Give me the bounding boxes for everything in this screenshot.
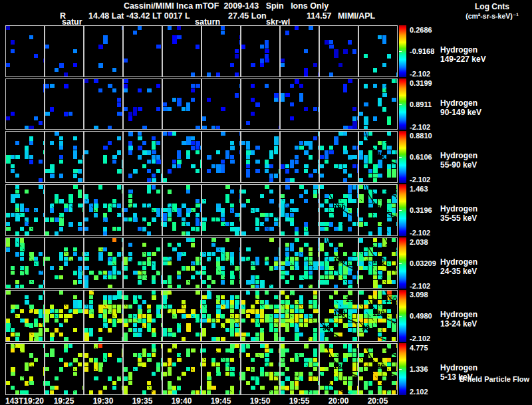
- row-energy-label-row6: 13-24 keV: [440, 319, 477, 329]
- spectrogram-panel-r6c10: [358, 290, 398, 342]
- time-axis-label-7: 19:50: [250, 396, 271, 405]
- spectrogram-panel-r4c4: [123, 184, 162, 236]
- ephemeris-longitude: 27.45 Lon: [228, 12, 267, 21]
- spectrogram-panel-r6c2: [45, 290, 84, 342]
- spectrogram-panel-r4c5: [162, 184, 201, 236]
- colorbar-mid-label-row4: 0.3196: [410, 206, 432, 214]
- spectrogram-panel-r6c9: [319, 290, 358, 342]
- spectrogram-panel-r3c7: [241, 131, 280, 183]
- spectrogram-panel-r1c7: [241, 25, 280, 77]
- time-axis-label-1: 143T19:20: [5, 396, 44, 405]
- colorbar-max-label-row3: 0.8810: [410, 132, 432, 140]
- spectrogram-panel-r1c9: [319, 25, 358, 77]
- spectrogram-panel-r1c10: [358, 25, 398, 77]
- spectrogram-panel-r5c3: [84, 237, 123, 289]
- spectrogram-panel-r2c1: [5, 78, 45, 130]
- colorbar-min-label-row7: 2.102: [410, 388, 428, 396]
- cassini-mimi-display: Cassini/MIMI Inca mTOF 2009-143 Spin Ion…: [0, 0, 532, 405]
- spectrogram-panel-r2c5: [162, 78, 201, 130]
- spectrogram-panel-r7c10: [358, 343, 398, 395]
- colorbar-mid-label-row5: 0.03209: [410, 259, 436, 267]
- spectrogram-panel-r1c4: [123, 25, 162, 77]
- spectrogram-panel-r6c7: [241, 290, 280, 342]
- spectrogram-panel-r3c5: [162, 131, 201, 183]
- spectrogram-panel-r7c5: [162, 343, 201, 395]
- row-species-label-row6: Hydrogen: [440, 310, 477, 319]
- spectrogram-panel-r3c6: [201, 131, 241, 183]
- spectrogram-panel-r3c3: [84, 131, 123, 183]
- colorbar-row4: [399, 184, 406, 236]
- spectrogram-panel-r5c8: [280, 237, 319, 289]
- spectrogram-panel-r7c6: [201, 343, 241, 395]
- time-axis-label-9: 20:00: [329, 396, 349, 405]
- colorbar-max-label-row6: 3.098: [410, 291, 428, 299]
- spectrogram-panel-r1c8: [280, 25, 319, 77]
- spectrogram-panel-r5c9: [319, 237, 358, 289]
- colorbar-mid-tick: [399, 51, 402, 52]
- row-energy-label-row1: 149-227 keV: [440, 55, 486, 64]
- colorbar-row3: [399, 131, 406, 183]
- spectrogram-panel-r2c2: [45, 78, 84, 130]
- spectrogram-panel-r5c2: [45, 237, 84, 289]
- spectrogram-panel-r5c5: [162, 237, 201, 289]
- spectrogram-panel-r4c1: [5, 184, 45, 236]
- colorbar-max-label-row2: 0.3199: [410, 79, 432, 87]
- colorbar-min-label-row4: -2.102: [410, 229, 430, 237]
- spectrogram-panel-r2c6: [201, 78, 241, 130]
- spectrogram-panel-r4c3: [84, 184, 123, 236]
- colorbar-min-label-row1: -2.102: [410, 70, 430, 78]
- time-axis-label-4: 19:35: [132, 396, 153, 405]
- spectrogram-panel-r2c10: [358, 78, 398, 130]
- spectrogram-panel-r3c2: [45, 131, 84, 183]
- colorbar-min-label-row5: -2.102: [410, 282, 430, 290]
- spectrogram-panel-r7c9: [319, 343, 358, 395]
- time-axis-label-10: 20:05: [368, 396, 388, 405]
- spectrogram-panel-r5c10: [358, 237, 398, 289]
- spectrogram-panel-r3c8: [280, 131, 319, 183]
- colorbar-mid-label-row1: -0.9168: [410, 47, 434, 55]
- spectrogram-panel-r6c5: [162, 290, 201, 342]
- colorbar-mid-tick: [399, 369, 402, 370]
- plot-title: Cassini/MIMI Inca mTOF 2009-143 Spin Ion…: [0, 2, 452, 11]
- spectrogram-panel-r7c1: [5, 343, 45, 395]
- colorbar-mid-tick: [399, 210, 402, 211]
- colorbar-max-label-row7: 4.775: [410, 344, 428, 352]
- row-species-label-row4: Hydrogen: [440, 204, 477, 213]
- spectrogram-panel-r4c7: [241, 184, 280, 236]
- colorbar-units-formula: (cm²-sr-s-keV)⁻¹: [455, 13, 529, 20]
- instrument-credit: MIMI/APL: [338, 12, 375, 21]
- spectrogram-panel-r3c10: [358, 131, 398, 183]
- colorbar-row2: [399, 78, 406, 130]
- time-axis-label-3: 19:30: [93, 396, 114, 405]
- row-energy-label-row2: 90-149 keV: [440, 108, 481, 117]
- spectrogram-panel-r2c7: [241, 78, 280, 130]
- row-species-label-row5: Hydrogen: [440, 257, 477, 267]
- spectrogram-panel-r4c6: [201, 184, 241, 236]
- spectrogram-panel-r2c3: [84, 78, 123, 130]
- colorbar-max-label-row5: 2.038: [410, 238, 428, 246]
- spectrogram-panel-r6c6: [201, 290, 241, 342]
- colorbar-row7: [399, 343, 406, 395]
- spectrogram-panel-r2c9: [319, 78, 358, 130]
- row-energy-label-row3: 55-90 keV: [440, 160, 477, 170]
- colorbar-min-label-row2: -2.102: [410, 123, 430, 131]
- spectrogram-panel-r5c1: [5, 237, 45, 289]
- row-energy-label-row5: 24-35 keV: [440, 267, 477, 276]
- colorbar-mid-tick: [399, 157, 402, 158]
- spectrogram-panel-r1c6: [201, 25, 241, 77]
- spectrogram-panel-r2c4: [123, 78, 162, 130]
- spectrogram-panel-r7c4: [123, 343, 162, 395]
- colorbar-max-label-row4: 1.463: [410, 185, 428, 193]
- bfield-flow-label: B-field Particle Flow: [444, 376, 529, 384]
- spectrogram-panel-r4c8: [280, 184, 319, 236]
- colorbar-mid-label-row2: 0.8911: [410, 100, 432, 108]
- spectrogram-panel-r3c1: [5, 131, 45, 183]
- colorbar-mid-tick: [399, 104, 402, 105]
- row-species-label-row7: Hydrogen: [440, 363, 477, 372]
- spectrogram-panel-r1c5: [162, 25, 201, 77]
- spectrogram-panel-r1c3: [84, 25, 123, 77]
- colorbar-mid-tick: [399, 316, 402, 317]
- spectrogram-panel-r4c2: [45, 184, 84, 236]
- colorbar-mid-label-row3: 0.6106: [410, 153, 432, 161]
- row-species-label-row1: Hydrogen: [440, 45, 477, 55]
